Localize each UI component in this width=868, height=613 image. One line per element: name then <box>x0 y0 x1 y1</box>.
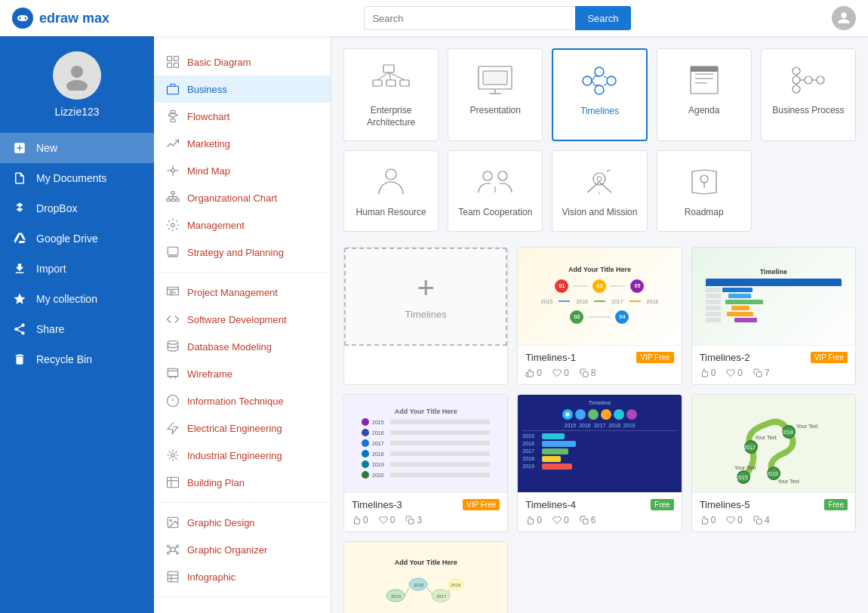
menu-item-strategy-and-planning[interactable]: Strategy and Planning <box>154 239 331 266</box>
template-type-timelines[interactable]: Timelines <box>552 48 647 141</box>
roadmap-icon <box>682 163 727 201</box>
sidebar-item-share[interactable]: Share <box>0 314 154 344</box>
menu-item-wireframe[interactable]: Wireframe <box>154 360 331 387</box>
sidebar-item-import-label: Import <box>36 263 66 275</box>
timelines-4-card[interactable]: Timeline 2015201620172018 <box>517 394 682 532</box>
menu-item-information-technique[interactable]: Information Technique <box>154 387 331 414</box>
timelines-1-hearts-count: 0 <box>564 368 569 378</box>
timelines-3-card[interactable]: Add Your Title Here 2015 2016 2017 2018 … <box>343 394 508 532</box>
svg-text:2017: 2017 <box>743 445 756 450</box>
sidebar-item-my-documents[interactable]: My Documents <box>0 163 154 193</box>
circle-01: 01 <box>555 279 568 293</box>
menu-item-management[interactable]: Management <box>154 211 331 239</box>
svg-point-99 <box>793 85 800 93</box>
menu-item-industrial-engineering[interactable]: Industrial Engineering <box>154 442 331 469</box>
timelines-5-preview: 2015 2017 2018 2019 Your Text Your Text … <box>692 395 855 493</box>
timelines-2-title: Timelines-2 <box>700 352 750 363</box>
svg-point-55 <box>177 545 179 547</box>
template-type-vision-and-mission[interactable]: Vision and Mission <box>552 150 647 232</box>
template-type-presentation[interactable]: Presentation <box>448 48 543 141</box>
svg-rect-91 <box>691 66 718 72</box>
timelines-1-likes-count: 0 <box>537 368 542 378</box>
menu-item-marketing[interactable]: Marketing <box>154 130 331 157</box>
menu-section-3: Graphic Design Graphi <box>154 503 331 597</box>
timelines-2-stats: 0 0 7 <box>700 368 848 378</box>
template-type-agenda[interactable]: Agenda <box>657 48 752 141</box>
menu-item-flowchart[interactable]: Flowchart <box>154 103 331 130</box>
template-type-enterprise-architecture[interactable]: Enterprise Architecture <box>343 48 439 141</box>
svg-text:Your Text: Your Text <box>734 465 756 470</box>
menu-item-project-management[interactable]: Project Management <box>154 279 331 306</box>
building-plan-icon <box>166 476 180 489</box>
timelines-4-stats: 0 0 6 <box>525 515 673 525</box>
timelines-4-mock-title: Timeline <box>522 399 676 406</box>
timelines-5-hearts: 0 <box>726 515 743 525</box>
app-name: edraw max <box>39 11 109 26</box>
timelines-1-card[interactable]: Add Your Title Here 01 03 05 2015 2016 <box>517 247 682 385</box>
template-type-roadmap[interactable]: Roadmap <box>657 150 752 232</box>
menu-item-mind-map[interactable]: Mind Map <box>154 157 331 184</box>
svg-point-106 <box>597 177 602 181</box>
svg-rect-6 <box>174 63 179 68</box>
timelines-4-hearts: 0 <box>553 515 569 525</box>
new-card-button[interactable]: + Timelines <box>344 248 507 346</box>
svg-point-79 <box>595 85 604 94</box>
recycle-bin-icon <box>12 352 27 367</box>
svg-rect-113 <box>409 519 414 524</box>
timelines-2-likes: 0 <box>700 368 716 378</box>
timelines-6-card[interactable]: Add Your Title Here 2015 2016 <box>343 541 508 613</box>
timelines-5-card[interactable]: 2015 2017 2018 2019 Your Text Your Text … <box>691 394 856 532</box>
svg-point-1 <box>71 66 83 78</box>
project-management-icon <box>166 285 180 299</box>
sidebar-item-dropbox[interactable]: DropBox <box>0 193 154 223</box>
user-avatar-icon[interactable] <box>832 6 856 30</box>
template-type-team-cooperation[interactable]: Team Cooperation <box>448 150 543 232</box>
menu-item-electrical-engineering[interactable]: Electrical Engineering <box>154 414 331 442</box>
logo-area: edraw max <box>12 8 163 29</box>
menu-item-database-modeling[interactable]: Database Modeling <box>154 333 331 360</box>
sidebar-item-new[interactable]: New <box>0 133 154 163</box>
human-resource-icon <box>368 163 414 201</box>
svg-line-72 <box>389 72 405 80</box>
svg-rect-7 <box>168 86 179 94</box>
menu-item-basic-diagram[interactable]: Basic Diagram <box>154 48 331 75</box>
avatar <box>53 51 101 100</box>
svg-line-59 <box>175 547 177 549</box>
new-timeline-card[interactable]: + Timelines <box>343 247 508 385</box>
template-type-grid: Enterprise Architecture Presentation <box>343 48 856 232</box>
sidebar-item-my-collection[interactable]: My collection <box>0 284 154 314</box>
menu-item-software-development[interactable]: Software Development <box>154 306 331 333</box>
menu-item-graphic-organizer[interactable]: Graphic Organizer <box>154 536 331 563</box>
menu-item-graphic-design[interactable]: Graphic Design <box>154 509 331 536</box>
template-type-business-process[interactable]: Business Process <box>761 48 856 141</box>
timelines-icon <box>577 62 622 100</box>
timelines-5-stats: 0 0 4 <box>700 515 848 525</box>
menu-item-business[interactable]: Business <box>154 75 331 103</box>
svg-point-114 <box>565 412 569 416</box>
sidebar-item-google-drive[interactable]: Google Drive <box>0 223 154 254</box>
menu-item-building-plan[interactable]: Building Plan <box>154 469 331 496</box>
svg-rect-5 <box>168 63 172 68</box>
svg-line-61 <box>175 551 177 553</box>
graphic-organizer-icon <box>166 543 180 556</box>
timelines-3-mock-title: Add Your Title Here <box>395 408 457 415</box>
template-type-human-resource[interactable]: Human Resource <box>343 150 439 232</box>
svg-point-94 <box>817 76 824 84</box>
timelines-2-gantt-header <box>706 279 842 286</box>
menu-item-organizational-chart[interactable]: Organizational Chart <box>154 184 331 211</box>
menu-item-strategy-label: Strategy and Planning <box>187 247 284 258</box>
sidebar-item-recycle-bin[interactable]: Recycle Bin <box>0 344 154 374</box>
svg-line-108 <box>607 170 610 171</box>
timelines-2-card[interactable]: Timeline Timelines- <box>691 247 856 385</box>
search-button[interactable]: Search <box>575 6 630 30</box>
timelines-3-info: Timelines-3 VIP Free 0 0 <box>344 493 507 531</box>
menu-item-infographic-label: Infographic <box>187 571 235 583</box>
search-input[interactable] <box>364 6 575 30</box>
menu-item-info-technique-label: Information Technique <box>187 396 284 407</box>
new-card-label: Timelines <box>405 309 447 320</box>
my-collection-icon <box>12 291 27 306</box>
menu-item-wireframe-label: Wireframe <box>187 368 232 380</box>
sidebar-item-import[interactable]: Import <box>0 254 154 284</box>
menu-item-infographic[interactable]: Infographic <box>154 563 331 590</box>
svg-line-135 <box>448 590 450 592</box>
